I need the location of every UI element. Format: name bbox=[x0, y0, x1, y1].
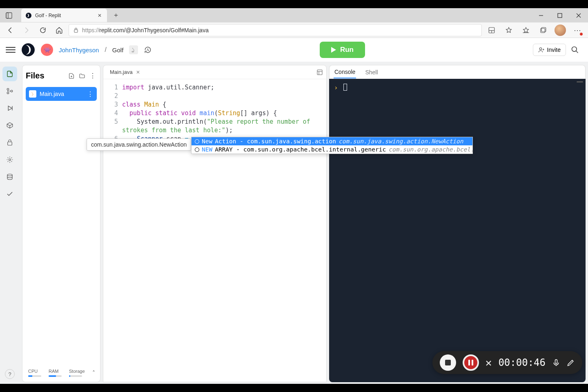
symbol-circle-icon bbox=[195, 147, 199, 152]
history-icon[interactable] bbox=[144, 46, 152, 54]
recorder-close-button[interactable]: ✕ bbox=[486, 356, 492, 369]
window-minimize-button[interactable] bbox=[532, 8, 550, 22]
screen-recorder-widget[interactable]: ✕ 00:00:46 bbox=[432, 351, 582, 374]
svg-rect-7 bbox=[74, 29, 78, 32]
ram-meter: RAM bbox=[49, 369, 62, 377]
tab-shell[interactable]: Shell bbox=[364, 67, 379, 78]
lock-icon bbox=[73, 27, 79, 33]
run-label: Run bbox=[340, 46, 354, 54]
replit-app: 👾 JohnThygeson / Golf Run Invite bbox=[0, 38, 588, 384]
svg-rect-4 bbox=[558, 13, 562, 18]
search-button[interactable] bbox=[571, 46, 582, 54]
home-button[interactable] bbox=[52, 23, 66, 37]
breadcrumb-user[interactable]: JohnThygeson bbox=[59, 47, 99, 53]
layout-icon[interactable] bbox=[316, 69, 323, 76]
tab-console[interactable]: Console bbox=[334, 66, 356, 78]
file-name: Main.java bbox=[40, 91, 64, 97]
new-folder-icon[interactable] bbox=[78, 72, 86, 80]
url-bar[interactable]: https://replit.com/@JohnThygeson/Golf#Ma… bbox=[69, 24, 482, 36]
breadcrumb-sep: / bbox=[105, 46, 106, 53]
svg-point-24 bbox=[9, 159, 11, 161]
forward-button[interactable] bbox=[20, 23, 33, 37]
replit-logo-icon[interactable] bbox=[21, 43, 35, 57]
tab-title: Golf - Replit bbox=[35, 13, 93, 18]
language-icon[interactable] bbox=[129, 45, 138, 54]
vcs-rail-icon[interactable] bbox=[2, 84, 17, 98]
debugger-rail-icon[interactable] bbox=[2, 101, 17, 116]
autocomplete-doc-tooltip: com.sun.java.swing.action.NewAction bbox=[87, 138, 191, 151]
svg-rect-23 bbox=[8, 142, 12, 145]
close-editor-tab-icon[interactable]: ✕ bbox=[136, 69, 140, 75]
files-panel: Files ⋮ Main.java ⋮ CPU RAM Storage ˄ bbox=[22, 65, 100, 382]
svg-point-17 bbox=[572, 47, 577, 52]
invite-button[interactable]: Invite bbox=[533, 44, 566, 56]
autocomplete-popup[interactable]: NewAction - com.sun.java.swing.action co… bbox=[191, 137, 473, 154]
hamburger-menu-button[interactable] bbox=[6, 47, 16, 53]
tab-actions-icon[interactable] bbox=[0, 8, 18, 22]
code-editor[interactable]: 1import java.util.Scanner; 2 3class Main… bbox=[103, 79, 326, 382]
pencil-icon[interactable] bbox=[567, 359, 575, 367]
person-plus-icon bbox=[538, 47, 545, 53]
secrets-rail-icon[interactable] bbox=[2, 135, 17, 150]
database-rail-icon[interactable] bbox=[2, 169, 17, 184]
main-panels: Main.java ✕ 1import java.util.Scanner; 2… bbox=[103, 65, 586, 382]
symbol-circle-icon bbox=[195, 139, 199, 144]
window-maximize-button[interactable] bbox=[550, 8, 569, 22]
app-content: ? Files ⋮ Main.java ⋮ CPU RAM Stora bbox=[0, 62, 588, 384]
resource-meters[interactable]: CPU RAM Storage ˄ bbox=[26, 367, 97, 379]
collections-icon[interactable] bbox=[536, 23, 550, 38]
browser-tab[interactable]: Golf - Replit ✕ bbox=[21, 9, 107, 22]
profile-avatar[interactable] bbox=[553, 23, 568, 38]
settings-rail-icon[interactable] bbox=[2, 152, 17, 167]
recorder-pause-button[interactable] bbox=[463, 354, 479, 371]
editor-panel: Main.java ✕ 1import java.util.Scanner; 2… bbox=[103, 65, 327, 382]
favorite-star-icon[interactable] bbox=[501, 23, 516, 38]
checkmark-rail-icon[interactable] bbox=[2, 187, 17, 201]
new-file-icon[interactable] bbox=[67, 72, 76, 80]
microphone-icon[interactable] bbox=[552, 359, 560, 367]
storage-meter: Storage bbox=[69, 369, 85, 377]
new-tab-button[interactable]: ＋ bbox=[109, 9, 122, 22]
app-header: 👾 JohnThygeson / Golf Run Invite bbox=[0, 38, 588, 62]
run-button[interactable]: Run bbox=[320, 42, 365, 58]
console-prompt: › bbox=[334, 84, 338, 91]
files-title: Files bbox=[26, 71, 67, 80]
back-button[interactable] bbox=[3, 23, 17, 37]
autocomplete-item[interactable]: NEWARRAY - com.sun.org.apache.bcel.inter… bbox=[192, 145, 472, 154]
editor-tab-main-java[interactable]: Main.java ✕ bbox=[107, 67, 143, 77]
breadcrumb-project: Golf bbox=[112, 47, 124, 53]
svg-point-20 bbox=[7, 92, 9, 94]
files-rail-icon[interactable] bbox=[2, 67, 17, 81]
notification-badge-icon bbox=[579, 32, 583, 36]
file-kebab-icon[interactable]: ⋮ bbox=[87, 90, 94, 98]
browser-menu-button[interactable]: ⋯ bbox=[570, 23, 585, 38]
svg-point-14 bbox=[22, 43, 35, 56]
help-button[interactable]: ? bbox=[5, 369, 15, 379]
svg-rect-29 bbox=[555, 360, 557, 364]
window-close-button[interactable] bbox=[569, 8, 588, 22]
resize-handle-icon[interactable] bbox=[577, 81, 583, 82]
svg-rect-0 bbox=[6, 13, 12, 18]
user-avatar-icon[interactable]: 👾 bbox=[41, 44, 53, 56]
app-panel-icon[interactable] bbox=[484, 23, 499, 38]
svg-point-25 bbox=[7, 174, 12, 176]
java-file-icon bbox=[29, 90, 36, 98]
svg-point-16 bbox=[539, 48, 541, 50]
recorder-stop-button[interactable] bbox=[440, 354, 456, 371]
replit-favicon-icon bbox=[25, 12, 32, 19]
svg-point-21 bbox=[11, 90, 13, 92]
svg-rect-1 bbox=[6, 13, 8, 18]
close-tab-icon[interactable]: ✕ bbox=[96, 12, 103, 19]
browser-titlebar: Golf - Replit ✕ ＋ bbox=[0, 8, 588, 22]
autocomplete-item[interactable]: NewAction - com.sun.java.swing.action co… bbox=[192, 137, 472, 145]
favorites-list-icon[interactable] bbox=[519, 23, 533, 38]
chevron-up-icon[interactable]: ˄ bbox=[92, 370, 95, 376]
recorder-timer: 00:00:46 bbox=[498, 357, 546, 368]
url-text: https://replit.com/@JohnThygeson/Golf#Ma… bbox=[82, 27, 209, 33]
console-output[interactable]: › ✕ 00:00:46 bbox=[329, 79, 586, 382]
editor-tab-label: Main.java bbox=[110, 69, 133, 75]
packages-rail-icon[interactable] bbox=[2, 118, 17, 133]
reload-button[interactable] bbox=[36, 23, 50, 37]
files-kebab-icon[interactable]: ⋮ bbox=[89, 72, 97, 80]
file-item-main-java[interactable]: Main.java ⋮ bbox=[26, 87, 97, 101]
